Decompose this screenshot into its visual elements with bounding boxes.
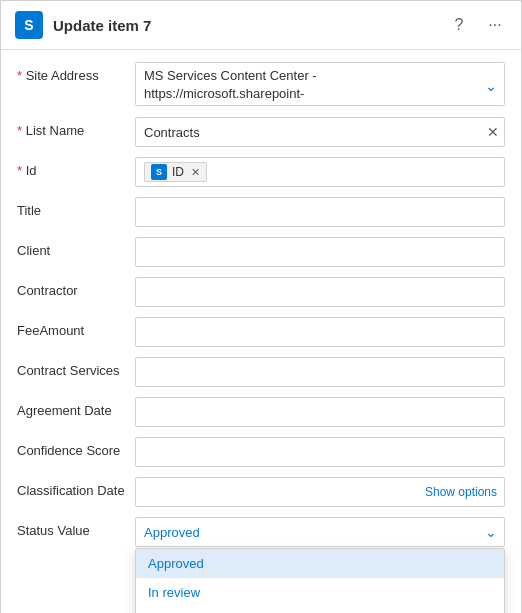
agreement-date-input[interactable] bbox=[135, 397, 505, 427]
field-row-feeamount: FeeAmount bbox=[17, 317, 505, 349]
label-contractor: Contractor bbox=[17, 277, 135, 298]
title-bar-left: S Update item 7 bbox=[15, 11, 151, 39]
list-name-wrap: ✕ bbox=[135, 117, 505, 147]
more-options-button[interactable]: ··· bbox=[483, 13, 507, 37]
window-title: Update item 7 bbox=[53, 17, 151, 34]
update-item-window: S Update item 7 ? ··· Site Address MS Se… bbox=[0, 0, 522, 613]
label-confidence-score: Confidence Score bbox=[17, 437, 135, 458]
label-list-name: List Name bbox=[17, 117, 135, 138]
field-row-title: Title bbox=[17, 197, 505, 229]
client-wrap bbox=[135, 237, 505, 267]
title-input[interactable] bbox=[135, 197, 505, 227]
confidence-score-wrap bbox=[135, 437, 505, 467]
dropdown-item-new[interactable]: New bbox=[136, 607, 504, 613]
label-site-address: Site Address bbox=[17, 62, 135, 83]
field-row-client: Client bbox=[17, 237, 505, 269]
label-title: Title bbox=[17, 197, 135, 218]
id-tag-icon: S bbox=[151, 164, 167, 180]
field-row-classification-date: Classification Date Show options bbox=[17, 477, 505, 509]
dropdown-item-approved[interactable]: Approved bbox=[136, 549, 504, 578]
contractor-input[interactable] bbox=[135, 277, 505, 307]
feeamount-wrap bbox=[135, 317, 505, 347]
status-selected-text: Approved bbox=[144, 525, 200, 540]
show-options-button[interactable]: Show options bbox=[425, 485, 497, 499]
contractor-wrap bbox=[135, 277, 505, 307]
help-icon: ? bbox=[455, 16, 464, 34]
field-row-list-name: List Name ✕ bbox=[17, 117, 505, 149]
field-row-confidence-score: Confidence Score bbox=[17, 437, 505, 469]
form-body: Site Address MS Services Content Center … bbox=[1, 50, 521, 613]
feeamount-input[interactable] bbox=[135, 317, 505, 347]
label-client: Client bbox=[17, 237, 135, 258]
title-bar-right: ? ··· bbox=[447, 13, 507, 37]
app-icon: S bbox=[15, 11, 43, 39]
field-row-id: Id S ID ✕ bbox=[17, 157, 505, 189]
classification-date-wrap: Show options bbox=[135, 477, 505, 507]
status-value-wrap: Approved ⌄ Approved In review New Reject… bbox=[135, 517, 505, 547]
field-row-agreement-date: Agreement Date bbox=[17, 397, 505, 429]
site-address-wrap: MS Services Content Center - https://mic… bbox=[135, 62, 505, 109]
id-tag-remove-button[interactable]: ✕ bbox=[191, 166, 200, 179]
dropdown-item-in-review[interactable]: In review bbox=[136, 578, 504, 607]
field-row-site-address: Site Address MS Services Content Center … bbox=[17, 62, 505, 109]
site-address-input[interactable]: MS Services Content Center - https://mic… bbox=[135, 62, 505, 106]
list-name-clear-button[interactable]: ✕ bbox=[487, 124, 499, 140]
status-dropdown-menu: Approved In review New Rejected Enter cu… bbox=[135, 548, 505, 613]
contract-services-wrap bbox=[135, 357, 505, 387]
agreement-date-wrap bbox=[135, 397, 505, 427]
label-status-value: Status Value bbox=[17, 517, 135, 538]
field-row-status-value: Status Value Approved ⌄ Approved In revi… bbox=[17, 517, 505, 549]
label-feeamount: FeeAmount bbox=[17, 317, 135, 338]
title-bar: S Update item 7 ? ··· bbox=[1, 1, 521, 50]
client-input[interactable] bbox=[135, 237, 505, 267]
more-icon: ··· bbox=[488, 16, 501, 34]
id-tag-label: ID bbox=[172, 165, 184, 179]
id-tag-container: S ID ✕ bbox=[135, 157, 505, 187]
status-chevron-icon: ⌄ bbox=[485, 524, 497, 540]
field-row-contractor: Contractor bbox=[17, 277, 505, 309]
label-classification-date: Classification Date bbox=[17, 477, 135, 498]
confidence-score-input[interactable] bbox=[135, 437, 505, 467]
contract-services-input[interactable] bbox=[135, 357, 505, 387]
list-name-input[interactable] bbox=[135, 117, 505, 147]
label-contract-services: Contract Services bbox=[17, 357, 135, 378]
label-id: Id bbox=[17, 157, 135, 178]
help-button[interactable]: ? bbox=[447, 13, 471, 37]
label-agreement-date: Agreement Date bbox=[17, 397, 135, 418]
field-row-contract-services: Contract Services bbox=[17, 357, 505, 389]
title-wrap bbox=[135, 197, 505, 227]
id-wrap: S ID ✕ bbox=[135, 157, 505, 187]
status-value-selector[interactable]: Approved ⌄ bbox=[135, 517, 505, 547]
id-tag: S ID ✕ bbox=[144, 162, 207, 182]
